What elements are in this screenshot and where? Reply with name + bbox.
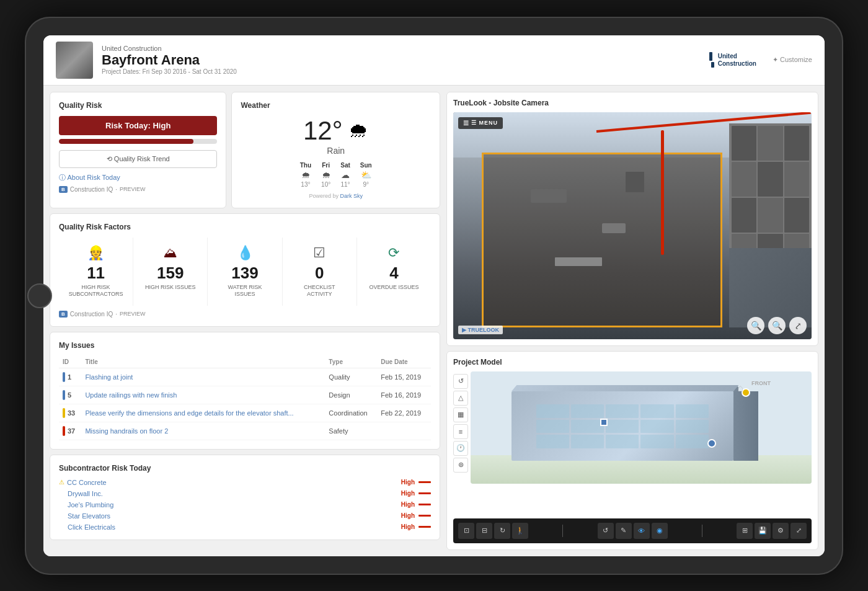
weather-title: Weather — [241, 101, 431, 110]
tablet-screen: United Construction Bayfront Arena Proje… — [43, 35, 825, 556]
issue-type-1: Quality — [325, 368, 377, 386]
project-model-card: Project Model ↺ △ ▦ ≡ 🕐 ⊛ — [446, 351, 818, 550]
water-risk-label: WATER RISKISSUES — [228, 284, 262, 298]
subcontractor-count: 11 — [87, 264, 105, 283]
water-risk-icon: 💧 — [237, 245, 254, 261]
overdue-icon: ⟳ — [388, 245, 399, 261]
table-row: 1 Flashing at joint Quality Feb 15, 2019 — [59, 368, 431, 386]
model-btn-settings[interactable]: ⚙ — [773, 523, 789, 539]
sub-name-1[interactable]: CC Concrete — [67, 479, 107, 486]
model-btn-expand[interactable]: ⤢ — [790, 523, 807, 539]
model-bottom-toolbar: ⊡ ⊟ ↻ 🚶 ↺ ✎ 👁 ◉ — [453, 518, 812, 543]
camera-controls: 🔍 🔍 ⤤ — [747, 317, 807, 334]
model-btn-camera[interactable]: ⊡ — [458, 523, 474, 539]
model-tool-refresh[interactable]: ↺ — [453, 374, 468, 389]
risk-factor-subcontractors: 👷 11 HIGH RISKSUBCONTRACTORS — [59, 238, 133, 306]
weather-card-inner: 12° 🌧 Rain Thu 🌧 13° — [241, 116, 431, 199]
sub-risk-label-1: High — [401, 479, 415, 486]
checklist-label: CHECKLISTACTIVITY — [304, 284, 335, 298]
indicator-37 — [63, 426, 65, 436]
toolbar-separator-2 — [702, 525, 702, 537]
truelook-card: TrueLook - Jobsite Camera — [446, 92, 818, 346]
sub-name-4[interactable]: Star Elevators — [68, 512, 110, 520]
project-image-bg — [56, 42, 93, 79]
issue-date-1: Feb 15, 2019 — [377, 368, 431, 386]
home-button[interactable] — [27, 283, 52, 308]
risk-trend-button[interactable]: ⟲ Quality Risk Trend — [59, 150, 217, 168]
customize-link[interactable]: ✦ Customize — [773, 56, 812, 64]
camera-view: ☰ ☰ MENU 🔍 🔍 ⤤ ▶ TRUELOOK — [453, 112, 812, 339]
menu-label: ☰ MENU — [471, 120, 498, 126]
ciq-logo: B — [59, 186, 68, 193]
forecast-fri: Fri 🌧 10° — [321, 162, 330, 188]
right-panel: TrueLook - Jobsite Camera — [446, 86, 825, 556]
issue-type-5: Design — [325, 386, 377, 404]
table-row: 33 Please verify the dimensions and edge… — [59, 404, 431, 422]
model-btn-eye[interactable]: 👁 — [634, 523, 650, 539]
camera-menu-button[interactable]: ☰ ☰ MENU — [458, 117, 503, 129]
issue-title-1: Flashing at joint — [81, 368, 325, 386]
high-risk-label: HIGH RISK ISSUES — [145, 284, 196, 291]
dot-separator: · — [115, 186, 117, 193]
marker-square — [600, 419, 608, 426]
sub-name-2[interactable]: Drywall Inc. — [68, 490, 103, 497]
model-btn-eye2[interactable]: ◉ — [652, 523, 668, 539]
model-btn-person[interactable]: 🚶 — [512, 523, 528, 539]
risk-factors-ciq: B Construction IQ · PREVIEW — [59, 311, 431, 318]
weather-card: Weather 12° 🌧 Rain Thu 🌧 — [231, 92, 440, 208]
model-tool-grid[interactable]: ▦ — [453, 407, 468, 422]
risk-factor-overdue: ⟳ 4 OVERDUE ISSUES — [357, 238, 431, 306]
risk-factor-high-risk: ⛰ 159 HIGH RISK ISSUES — [133, 238, 208, 306]
subcontractor-label: HIGH RISKSUBCONTRACTORS — [69, 284, 123, 298]
issue-id-37: 37 — [59, 422, 81, 440]
indicator-1 — [63, 372, 65, 382]
risk-today-button[interactable]: Risk Today: High — [59, 116, 217, 135]
toolbar-group-2: ↺ ✎ 👁 ◉ — [598, 523, 668, 539]
model-btn-360[interactable]: ↻ — [494, 523, 510, 539]
model-btn-pen[interactable]: ✎ — [616, 523, 632, 539]
my-issues-card: My Issues ID Title Type Due Date — [50, 332, 440, 450]
issue-title-37: Missing handrails on floor 2 — [81, 422, 325, 440]
forecast-sun-day: Sun — [360, 162, 372, 169]
forecast-sun: Sun ⛅ 9° — [360, 162, 372, 188]
model-tool-triangle[interactable]: △ — [453, 391, 468, 406]
overdue-count: 4 — [389, 264, 398, 283]
sub-risk-label-5: High — [401, 523, 415, 530]
sub-risk-3: High — [401, 501, 431, 508]
about-risk-link[interactable]: ⓘ About Risk Today — [59, 173, 217, 182]
issue-date-5: Feb 16, 2019 — [377, 386, 431, 404]
app-header: United Construction Bayfront Arena Proje… — [43, 35, 825, 86]
col-id: ID — [59, 356, 81, 368]
issue-id-33: 33 — [59, 404, 81, 422]
zoom-out-button[interactable]: 🔍 — [747, 317, 764, 334]
model-tool-clock[interactable]: 🕐 — [453, 441, 468, 456]
model-btn-save[interactable]: 💾 — [755, 523, 771, 539]
share-button[interactable]: ⤤ — [789, 317, 807, 334]
sub-risk-5: High — [401, 523, 431, 530]
sub-name-5[interactable]: Click Electricals — [68, 523, 115, 531]
list-item: Click Electricals High — [59, 523, 431, 531]
forecast-thu-icon: 🌧 — [301, 170, 310, 180]
subcontractor-icon: 👷 — [87, 245, 104, 261]
preview-badge-2: PREVIEW — [120, 311, 146, 317]
sub-name-3[interactable]: Joe's Plumbing — [68, 501, 113, 509]
model-tool-layers[interactable]: ⊛ — [453, 458, 468, 473]
forecast-thu: Thu 🌧 13° — [300, 162, 311, 188]
forecast-sun-temp: 9° — [363, 181, 369, 188]
overdue-label: OVERDUE ISSUES — [369, 284, 418, 291]
forecast-sat-icon: ☁ — [341, 170, 350, 180]
list-item: ⚠ CC Concrete High — [59, 479, 431, 486]
model-btn-measure[interactable]: ↺ — [598, 523, 614, 539]
issue-id-1: 1 — [59, 368, 81, 386]
forecast-sat-day: Sat — [340, 162, 350, 169]
dark-sky-link[interactable]: Dark Sky — [340, 193, 363, 199]
model-tool-list[interactable]: ≡ — [453, 424, 468, 439]
zoom-in-button[interactable]: 🔍 — [768, 317, 786, 334]
issue-id-5: 5 — [59, 386, 81, 404]
model-btn-split[interactable]: ⊟ — [476, 523, 492, 539]
forecast-sat-temp: 11° — [340, 181, 350, 188]
warning-icon: ⚠ — [59, 479, 64, 486]
model-btn-node[interactable]: ⊞ — [737, 523, 753, 539]
sub-risk-2: High — [401, 490, 431, 497]
project-image — [56, 42, 93, 79]
